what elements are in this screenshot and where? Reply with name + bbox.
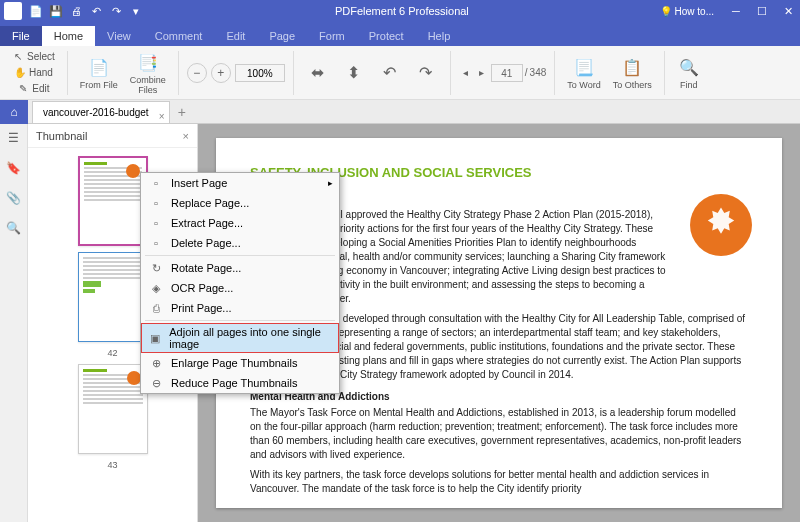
- fit-page-button[interactable]: ⬍: [338, 59, 370, 87]
- menu-bar: File Home View Comment Edit Page Form Pr…: [0, 22, 800, 46]
- menu-form[interactable]: Form: [307, 26, 357, 46]
- ribbon: ↖Select ✋Hand ✎Edit 📄From File 📑Combine …: [0, 46, 800, 100]
- attachments-icon[interactable]: 📎: [6, 190, 22, 206]
- to-word-button[interactable]: 📃To Word: [563, 54, 604, 92]
- ribbon-edit-tools: ↖Select ✋Hand ✎Edit: [8, 49, 59, 96]
- ocr-icon: ◈: [149, 281, 163, 295]
- zoom-in-button[interactable]: +: [211, 63, 231, 83]
- menu-view[interactable]: View: [95, 26, 143, 46]
- menu-enlarge-thumbnails[interactable]: ⊕Enlarge Page Thumbnails: [141, 353, 339, 373]
- menu-rotate-page[interactable]: ↻Rotate Page...: [141, 258, 339, 278]
- hands-circle-icon: [690, 194, 752, 256]
- word-icon: 📃: [572, 56, 596, 80]
- thumbnail-label: 43: [107, 460, 117, 470]
- zoom-out-button[interactable]: −: [187, 63, 207, 83]
- separator: [554, 51, 555, 95]
- qat-undo-icon[interactable]: ↶: [88, 3, 104, 19]
- close-button[interactable]: ✕: [776, 1, 800, 21]
- qat-dropdown-icon[interactable]: ▾: [128, 3, 144, 19]
- prev-page-button[interactable]: ◂: [459, 64, 473, 82]
- edit-tool[interactable]: ✎Edit: [15, 81, 51, 96]
- menu-replace-page[interactable]: ▫Replace Page...: [141, 193, 339, 213]
- body-text: The Mayor's Task Force on Mental Health …: [250, 406, 748, 462]
- separator: [293, 51, 294, 95]
- body-text: With its key partners, the task force de…: [250, 468, 748, 496]
- menu-insert-page[interactable]: ▫Insert Page▸: [141, 173, 339, 193]
- page-separator: /: [525, 67, 528, 78]
- select-tool[interactable]: ↖Select: [10, 49, 57, 64]
- menu-comment[interactable]: Comment: [143, 26, 215, 46]
- maximize-button[interactable]: ☐: [750, 1, 774, 21]
- adjoin-icon: ▣: [149, 331, 161, 345]
- new-tab-button[interactable]: +: [178, 104, 186, 120]
- delete-icon: ▫: [149, 236, 163, 250]
- menu-separator: [145, 255, 335, 256]
- how-to-link[interactable]: 💡 How to...: [660, 6, 714, 17]
- page-icon: ▫: [149, 176, 163, 190]
- app-title: PDFelement 6 Professional: [144, 5, 660, 17]
- thumbnails-icon[interactable]: ☰: [6, 130, 22, 146]
- quick-access-toolbar: 📄 💾 🖨 ↶ ↷ ▾: [28, 3, 144, 19]
- from-file-button[interactable]: 📄From File: [76, 54, 122, 92]
- close-tab-icon[interactable]: ×: [159, 106, 165, 128]
- thumbnail-title: Thumbnail: [36, 130, 87, 142]
- left-sidebar: ☰ 🔖 📎 🔍: [0, 124, 28, 522]
- bookmarks-icon[interactable]: 🔖: [6, 160, 22, 176]
- menu-adjoin-pages[interactable]: ▣Adjoin all pages into one single image: [141, 323, 339, 353]
- app-logo: [4, 2, 22, 20]
- hand-icon: ✋: [14, 67, 26, 79]
- menu-file[interactable]: File: [0, 26, 42, 46]
- main-area: ☰ 🔖 📎 🔍 Thumbnail × 42 43: [0, 124, 800, 522]
- separator: [664, 51, 665, 95]
- hand-tool[interactable]: ✋Hand: [12, 65, 55, 80]
- page-total: 348: [530, 67, 547, 78]
- qat-save-icon[interactable]: 💾: [48, 3, 64, 19]
- thumbnail-label: 42: [107, 348, 117, 358]
- menu-protect[interactable]: Protect: [357, 26, 416, 46]
- home-tab-button[interactable]: ⌂: [0, 100, 28, 124]
- qat-redo-icon[interactable]: ↷: [108, 3, 124, 19]
- menu-extract-page[interactable]: ▫Extract Page...: [141, 213, 339, 233]
- menu-delete-page[interactable]: ▫Delete Page...: [141, 233, 339, 253]
- menu-separator: [145, 320, 335, 321]
- rotate-left-icon: ↶: [378, 61, 402, 85]
- thumbnail-item[interactable]: [78, 252, 148, 342]
- menu-ocr-page[interactable]: ◈OCR Page...: [141, 278, 339, 298]
- close-panel-icon[interactable]: ×: [183, 130, 189, 142]
- separator: [67, 51, 68, 95]
- menu-print-page[interactable]: ⎙Print Page...: [141, 298, 339, 318]
- thumbnail-item[interactable]: [78, 364, 148, 454]
- rotate-left-button[interactable]: ↶: [374, 59, 406, 87]
- document-tab-label: vancouver-2016-budget: [43, 107, 149, 118]
- page-number-input[interactable]: 41: [491, 64, 523, 82]
- cursor-icon: ↖: [12, 51, 24, 63]
- combine-files-button[interactable]: 📑Combine Files: [126, 49, 170, 97]
- replace-icon: ▫: [149, 196, 163, 210]
- qat-print-icon[interactable]: 🖨: [68, 3, 84, 19]
- menu-edit[interactable]: Edit: [214, 26, 257, 46]
- menu-reduce-thumbnails[interactable]: ⊖Reduce Page Thumbnails: [141, 373, 339, 393]
- thumbnail-header: Thumbnail ×: [28, 124, 197, 148]
- pencil-icon: ✎: [17, 83, 29, 95]
- thumbnail-item[interactable]: [78, 156, 148, 246]
- minimize-button[interactable]: ─: [724, 1, 748, 21]
- to-others-button[interactable]: 📋To Others: [609, 54, 656, 92]
- rotate-right-button[interactable]: ↷: [410, 59, 442, 87]
- fit-page-icon: ⬍: [342, 61, 366, 85]
- fit-width-button[interactable]: ⬌: [302, 59, 334, 87]
- window-controls: ─ ☐ ✕: [724, 1, 800, 21]
- zoom-controls: − + 100%: [187, 63, 285, 83]
- next-page-button[interactable]: ▸: [475, 64, 489, 82]
- menu-help[interactable]: Help: [416, 26, 463, 46]
- qat-open-icon[interactable]: 📄: [28, 3, 44, 19]
- document-tab-bar: ⌂ vancouver-2016-budget × +: [0, 100, 800, 124]
- menu-home[interactable]: Home: [42, 26, 95, 46]
- fit-width-icon: ⬌: [306, 61, 330, 85]
- document-tab[interactable]: vancouver-2016-budget ×: [32, 101, 170, 123]
- find-button[interactable]: 🔍Find: [673, 54, 705, 92]
- separator: [178, 51, 179, 95]
- extract-icon: ▫: [149, 216, 163, 230]
- zoom-value[interactable]: 100%: [235, 64, 285, 82]
- search-panel-icon[interactable]: 🔍: [6, 220, 22, 236]
- menu-page[interactable]: Page: [257, 26, 307, 46]
